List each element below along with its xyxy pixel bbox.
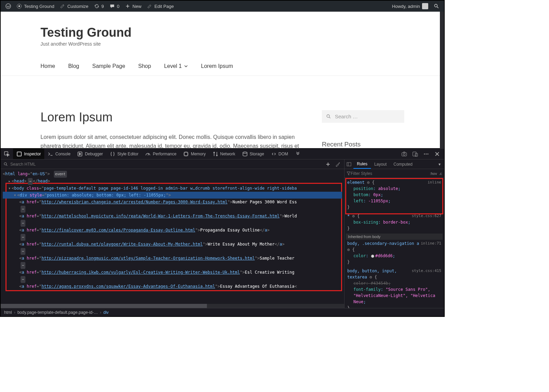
svg-point-17 xyxy=(4,163,7,165)
tab-dom[interactable]: DOM xyxy=(268,149,292,159)
tree-line[interactable]: <a href="http://runtal.dubya.net/playgoe… xyxy=(3,241,342,248)
tab-performance[interactable]: Performance xyxy=(142,149,180,159)
page-title: Lorem Ipsum xyxy=(40,110,301,124)
avatar xyxy=(422,3,428,9)
nav-shop[interactable]: Shop xyxy=(138,63,151,69)
hov-toggle[interactable]: :hov xyxy=(430,171,437,176)
rule-block[interactable]: style.css:627* ⚙ {box-sizing: border-box… xyxy=(346,212,443,234)
sidebar-toggle-icon[interactable] xyxy=(344,159,353,169)
site-title[interactable]: Testing Ground xyxy=(40,25,404,40)
svg-point-4 xyxy=(327,115,329,117)
html-search-bar xyxy=(1,159,344,169)
tabs-overflow[interactable] xyxy=(292,149,304,159)
tree-line[interactable]: ⋯ xyxy=(3,205,342,213)
screenshot-button[interactable] xyxy=(399,149,409,159)
rule-block[interactable]: inlineelement ⚙ {position: absolute;bott… xyxy=(346,179,443,212)
tree-line[interactable]: ⋯ xyxy=(3,262,342,269)
edit-page-item[interactable]: Edit Page xyxy=(144,1,176,12)
tree-line[interactable]: <a href="http://pizzapadre.longmusic.com… xyxy=(3,255,342,262)
svg-point-2 xyxy=(19,5,20,7)
tab-style-editor[interactable]: Style Editor xyxy=(106,149,142,159)
svg-rect-12 xyxy=(413,152,416,156)
styles-tab-layout[interactable]: Layout xyxy=(371,159,390,169)
nav-blog[interactable]: Blog xyxy=(68,63,79,69)
svg-point-14 xyxy=(424,153,425,154)
updates-item[interactable]: 9 xyxy=(91,1,107,12)
rule-block[interactable]: inline:71body, .secondary-navigation a ⚙… xyxy=(346,240,443,267)
rules-list[interactable]: inlineelement ⚙ {position: absolute;bott… xyxy=(344,178,444,308)
devtools-toolbar: Inspector Console Debugger Style Editor … xyxy=(1,149,444,159)
filter-styles-input[interactable] xyxy=(351,171,430,176)
pick-element-button[interactable] xyxy=(1,149,13,159)
eyedropper-button[interactable] xyxy=(334,161,341,168)
tab-storage[interactable]: Storage xyxy=(239,149,268,159)
site-tagline: Just another WordPress site xyxy=(40,41,404,47)
page-scrollbar[interactable] xyxy=(440,12,444,149)
tree-line[interactable]: ⋯ xyxy=(3,234,342,241)
tab-memory[interactable]: Memory xyxy=(180,149,209,159)
close-devtools-button[interactable] xyxy=(432,149,442,159)
svg-point-15 xyxy=(426,153,427,154)
tab-debugger[interactable]: Debugger xyxy=(74,149,106,159)
search-icon xyxy=(326,114,331,119)
howdy-item[interactable]: Howdy, admin xyxy=(389,1,431,12)
svg-rect-8 xyxy=(184,152,188,156)
site-name-item[interactable]: Testing Ground xyxy=(14,1,57,12)
breadcrumb: html › body.page-template-default.page.p… xyxy=(1,308,444,316)
svg-point-3 xyxy=(434,4,437,7)
styles-tabs-overflow[interactable]: ▾ xyxy=(435,159,444,169)
sidebar-heading: Recent Posts xyxy=(322,141,404,148)
cls-toggle[interactable]: .c xyxy=(439,171,442,176)
responsive-button[interactable] xyxy=(410,149,420,159)
crumb-html[interactable]: html xyxy=(4,310,12,315)
tree-line[interactable]: <a href="http://agang.proxydns.com/squaw… xyxy=(3,283,342,290)
tree-line[interactable]: ▾<body class="page-template-default page… xyxy=(3,185,342,192)
page-text: Lorem ipsum dolor sit amet, consectetuer… xyxy=(40,133,301,148)
nav-home[interactable]: Home xyxy=(40,63,55,69)
more-button[interactable] xyxy=(421,149,431,159)
svg-rect-6 xyxy=(17,152,21,156)
customize-item[interactable]: Customize xyxy=(57,1,91,12)
svg-point-16 xyxy=(428,153,429,154)
search-box[interactable]: Search … xyxy=(322,110,404,123)
tree-scrollbar-x[interactable] xyxy=(1,304,344,308)
tree-line[interactable]: ▾<div style="position: absolute; bottom:… xyxy=(3,192,342,199)
svg-point-9 xyxy=(243,152,247,153)
add-element-button[interactable] xyxy=(324,161,332,168)
inherited-label: Inherited from body xyxy=(346,234,443,240)
primary-nav: Home Blog Sample Page Shop Level 1 Lorem… xyxy=(40,63,404,75)
html-search-input[interactable] xyxy=(10,162,322,167)
nav-sample-page[interactable]: Sample Page xyxy=(92,63,125,69)
tree-line[interactable]: <a href="http://huberracing.ikwb.com/vul… xyxy=(3,269,342,276)
tree-line[interactable]: ▸<head>⋯</head> xyxy=(3,178,342,185)
tree-line[interactable]: ⋯ xyxy=(3,248,342,255)
tree-line[interactable]: <a href="http://finalcover.my03.com/cale… xyxy=(3,227,342,234)
tab-inspector[interactable]: Inspector xyxy=(13,149,44,159)
site-content: Testing Ground Just another WordPress si… xyxy=(1,12,444,148)
tree-line[interactable]: <a href="http://whereisbrian.changeip.ne… xyxy=(3,199,342,205)
new-item[interactable]: New xyxy=(122,1,144,12)
chevron-down-icon xyxy=(184,64,188,68)
svg-point-11 xyxy=(403,153,405,155)
styles-panel: Rules Layout Computed ▾ :hov .c inlineel… xyxy=(344,159,444,308)
html-tree[interactable]: <html lang="en-US"> event▸<head>⋯</head>… xyxy=(1,169,344,304)
tree-line[interactable]: ⋯ xyxy=(3,276,342,283)
tree-line[interactable]: <a href="http://mattelschool.mypicture.i… xyxy=(3,213,342,219)
search-icon xyxy=(3,162,8,167)
crumb-div[interactable]: div xyxy=(103,310,108,315)
search-toggle[interactable] xyxy=(431,1,442,12)
rule-block[interactable]: style.css:415body, button, input, textar… xyxy=(346,267,443,308)
styles-tab-rules[interactable]: Rules xyxy=(353,159,371,169)
wp-logo[interactable] xyxy=(3,1,14,12)
wp-admin-bar: Testing Ground Customize 9 0 New Edit Pa… xyxy=(1,1,444,12)
nav-lorem-ipsum[interactable]: Lorem Ipsum xyxy=(201,63,233,69)
tree-line[interactable]: ⋯ xyxy=(3,219,342,227)
crumb-body[interactable]: body.page-template-default.page.page-id-… xyxy=(17,310,98,315)
comments-item[interactable]: 0 xyxy=(107,1,122,12)
styles-tab-computed[interactable]: Computed xyxy=(390,159,416,169)
nav-level1[interactable]: Level 1 xyxy=(164,63,188,69)
tab-network[interactable]: Network xyxy=(209,149,239,159)
tab-console[interactable]: Console xyxy=(44,149,74,159)
tree-line[interactable]: <html lang="en-US"> event xyxy=(3,170,342,178)
funnel-icon xyxy=(347,171,351,176)
